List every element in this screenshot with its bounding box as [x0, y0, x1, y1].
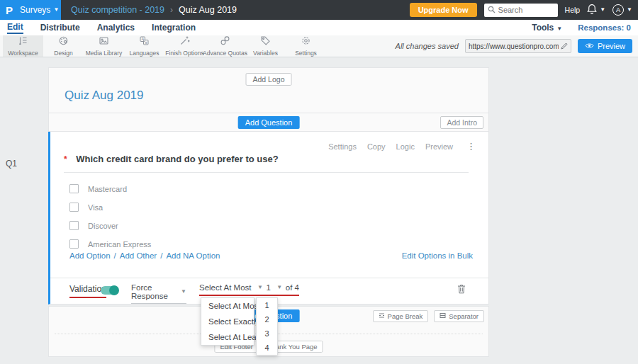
questionpro-logo[interactable]: P	[6, 4, 13, 16]
tab-integration[interactable]: Integration	[152, 23, 196, 33]
advance-quotas-icon	[220, 35, 230, 49]
preview-button-label: Preview	[598, 42, 625, 50]
top-bar: P Surveys ▼ Quiz competition - 2019 › Qu…	[0, 0, 638, 20]
question-settings-link[interactable]: Settings	[328, 142, 357, 151]
question-text-row[interactable]: * Which credit card brand do you prefer …	[64, 154, 279, 164]
question-logic-link[interactable]: Logic	[396, 142, 415, 151]
toolbar-item-label: Finish Options	[165, 50, 203, 57]
toolbar-item-media-library[interactable]: Media Library	[84, 35, 124, 57]
menu-item-count-1[interactable]: 1	[257, 298, 277, 312]
toolbar-item-design[interactable]: Design	[43, 35, 84, 57]
notifications-menu[interactable]: ▼	[587, 4, 605, 17]
validation-rule-menu: Select At Most Select Exactly Select At …	[201, 297, 254, 346]
toolbar-item-label: Settings	[295, 50, 317, 57]
edit-pencil-icon[interactable]	[561, 40, 568, 52]
chevron-down-icon: ▼	[181, 289, 186, 295]
page-break-button[interactable]: Page Break	[373, 310, 429, 322]
toolbar-item-advance-quotas[interactable]: Advance Quotas	[205, 35, 245, 57]
toolbar-item-label: Design	[54, 50, 72, 57]
menu-item-count-3[interactable]: 3	[257, 326, 277, 341]
option-label[interactable]: Visa	[88, 203, 103, 212]
add-na-option-link[interactable]: Add NA Option	[166, 251, 220, 260]
design-icon	[58, 35, 69, 49]
add-question-button[interactable]: Add Question	[238, 116, 300, 129]
toolbar-item-languages[interactable]: Aa Languages	[124, 35, 164, 57]
survey-url-field[interactable]: https://www.questionpro.com/t/APNrFZ	[465, 39, 571, 53]
tools-menu[interactable]: Tools▼	[532, 23, 562, 33]
menu-item-count-2[interactable]: 2	[257, 312, 277, 326]
force-response-dropdown[interactable]: Force Response ▼	[131, 283, 186, 304]
survey-title[interactable]: Quiz Aug 2019	[65, 89, 144, 103]
chevron-down-icon: ▼	[556, 25, 562, 32]
add-option-link[interactable]: Add Option	[69, 251, 111, 260]
page-tools: Page Break Separator	[373, 310, 484, 322]
survey-url-value: https://www.questionpro.com/t/APNrFZ	[469, 42, 559, 50]
breadcrumb: Quiz competition - 2019 › Quiz Aug 2019	[71, 5, 237, 15]
upgrade-now-button[interactable]: Upgrade Now	[410, 3, 477, 17]
edit-options-bulk-link[interactable]: Edit Options in Bulk	[402, 251, 473, 260]
toolbar-item-workspace[interactable]: Workspace	[3, 35, 43, 57]
account-menu[interactable]: A ▼	[612, 4, 632, 16]
more-options-icon[interactable]: ⋮	[466, 141, 476, 152]
bell-icon	[587, 4, 597, 17]
responses-count[interactable]: Responses: 0	[578, 23, 631, 32]
menu-item-count-4[interactable]: 4	[257, 341, 277, 355]
answer-option-row: American Express	[69, 239, 151, 249]
toolbar-item-variables[interactable]: Variables	[245, 35, 286, 57]
search-box[interactable]	[484, 4, 558, 17]
validation-toggle[interactable]	[101, 286, 118, 295]
option-checkbox[interactable]	[69, 203, 79, 212]
chevron-down-icon: ▼	[600, 7, 605, 13]
question-preview-link[interactable]: Preview	[425, 142, 453, 151]
add-logo-button[interactable]: Add Logo	[246, 73, 292, 86]
toolbar-item-label: Advance Quotas	[203, 50, 247, 57]
search-input[interactable]	[498, 6, 555, 14]
delete-question-icon[interactable]	[457, 284, 466, 297]
topbar-right-group: Upgrade Now Help ▼ A ▼	[410, 3, 638, 17]
answer-option-row: Discover	[69, 221, 118, 230]
surveys-menu[interactable]: P Surveys ▼	[0, 0, 61, 20]
option-label[interactable]: Discover	[88, 222, 118, 230]
option-label[interactable]: Mastercard	[88, 185, 127, 193]
toolbar-items: Workspace Design Media Library Aa Langua…	[0, 35, 326, 57]
option-checkbox[interactable]	[69, 239, 79, 249]
question-copy-link[interactable]: Copy	[367, 142, 386, 151]
search-icon	[488, 4, 496, 16]
tab-edit[interactable]: Edit	[7, 22, 23, 34]
toolbar-item-label: Languages	[129, 50, 159, 57]
toolbar-item-finish-options[interactable]: Finish Options	[164, 35, 205, 57]
rule-dropdown[interactable]: Select At Most	[199, 283, 252, 292]
add-other-link[interactable]: Add Other	[120, 251, 157, 260]
save-status: All changes saved	[396, 42, 459, 50]
svg-text:a: a	[145, 40, 147, 45]
help-link[interactable]: Help	[565, 6, 581, 14]
section-nav: Edit Distribute Analytics Integration To…	[0, 20, 638, 35]
tab-analytics[interactable]: Analytics	[97, 23, 135, 33]
chevron-down-icon: ▼	[53, 7, 59, 13]
option-label[interactable]: American Express	[88, 240, 151, 249]
preview-button[interactable]: Preview	[578, 39, 632, 53]
toolbar-item-settings[interactable]: Settings	[286, 35, 326, 57]
menu-item-select-at-most[interactable]: Select At Most	[201, 298, 254, 314]
answer-option-row: Mastercard	[69, 184, 127, 193]
menu-item-select-at-least[interactable]: Select At Least	[201, 329, 254, 345]
option-links: Add Option / Add Other / Add NA Option	[69, 251, 220, 260]
breadcrumb-parent-link[interactable]: Quiz competition - 2019	[71, 5, 164, 15]
breadcrumb-current: Quiz Aug 2019	[179, 5, 237, 15]
separator-button[interactable]: Separator	[434, 310, 484, 322]
tab-distribute[interactable]: Distribute	[40, 23, 80, 33]
separator-label: Separator	[449, 312, 478, 320]
add-question-strip: Add Question Add Intro	[48, 113, 489, 132]
count-dropdown[interactable]: 1	[266, 283, 270, 292]
question-text[interactable]: Which credit card brand do you prefer to…	[76, 154, 278, 164]
menu-item-select-exactly[interactable]: Select Exactly	[201, 314, 254, 329]
force-response-label: Force Response	[131, 283, 178, 300]
option-checkbox[interactable]	[69, 184, 79, 193]
questionpro-survey-editor: P Surveys ▼ Quiz competition - 2019 › Qu…	[0, 0, 638, 364]
nav-right-group: Tools▼ Responses: 0	[532, 23, 638, 33]
settings-icon	[301, 35, 311, 49]
survey-header: Add Logo Quiz Aug 2019	[48, 67, 489, 113]
option-checkbox[interactable]	[69, 221, 79, 230]
add-intro-button[interactable]: Add Intro	[440, 116, 483, 129]
breadcrumb-separator: ›	[170, 5, 173, 15]
